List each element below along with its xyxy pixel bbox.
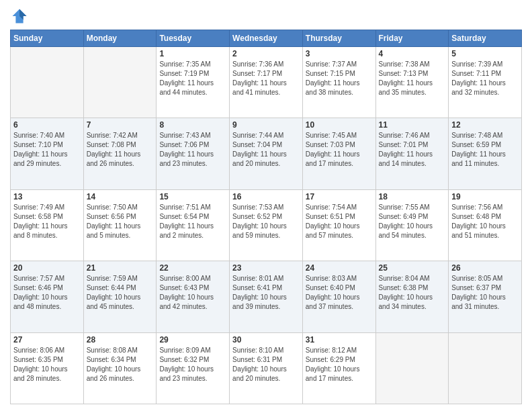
day-info: Sunrise: 7:38 AMSunset: 7:13 PMDaylight:…	[379, 60, 446, 97]
day-number: 29	[159, 335, 226, 345]
calendar-header-friday: Friday	[375, 30, 449, 47]
calendar-header-saturday: Saturday	[449, 30, 522, 47]
day-number: 1	[159, 49, 226, 58]
day-info: Sunrise: 7:57 AMSunset: 6:46 PMDaylight:…	[13, 274, 81, 312]
day-info: Sunrise: 7:39 AMSunset: 7:11 PMDaylight:…	[451, 60, 519, 97]
day-info: Sunrise: 7:46 AMSunset: 7:01 PMDaylight:…	[379, 131, 446, 169]
calendar-cell: 2Sunrise: 7:36 AMSunset: 7:17 PMDaylight…	[230, 47, 303, 118]
day-info: Sunrise: 7:35 AMSunset: 7:19 PMDaylight:…	[159, 60, 226, 97]
calendar-header-thursday: Thursday	[302, 30, 375, 47]
day-info: Sunrise: 7:42 AMSunset: 7:08 PMDaylight:…	[87, 131, 154, 169]
calendar-cell: 16Sunrise: 7:53 AMSunset: 6:52 PMDayligh…	[230, 189, 303, 261]
calendar-cell: 25Sunrise: 8:04 AMSunset: 6:38 PMDayligh…	[375, 261, 449, 332]
day-info: Sunrise: 8:09 AMSunset: 6:32 PMDaylight:…	[159, 346, 226, 383]
calendar-cell: 22Sunrise: 8:00 AMSunset: 6:43 PMDayligh…	[157, 261, 230, 332]
day-number: 26	[451, 263, 519, 273]
calendar-cell: 24Sunrise: 8:03 AMSunset: 6:40 PMDayligh…	[302, 261, 375, 332]
calendar-cell	[11, 47, 84, 118]
day-number: 22	[159, 263, 226, 273]
day-number: 8	[159, 120, 226, 130]
day-number: 12	[451, 120, 519, 130]
day-info: Sunrise: 7:48 AMSunset: 6:59 PMDaylight:…	[451, 131, 519, 169]
day-info: Sunrise: 8:03 AMSunset: 6:40 PMDaylight:…	[306, 274, 373, 312]
day-number: 20	[13, 263, 81, 273]
day-number: 15	[159, 192, 226, 201]
calendar-cell: 9Sunrise: 7:44 AMSunset: 7:04 PMDaylight…	[230, 118, 303, 189]
day-number: 17	[306, 192, 373, 201]
day-number: 19	[451, 192, 519, 201]
calendar-table: SundayMondayTuesdayWednesdayThursdayFrid…	[10, 30, 522, 404]
day-number: 9	[232, 120, 300, 130]
calendar-cell: 6Sunrise: 7:40 AMSunset: 7:10 PMDaylight…	[11, 118, 84, 189]
logo-icon	[10, 7, 29, 26]
day-number: 13	[13, 192, 81, 201]
day-number: 5	[451, 49, 519, 58]
day-info: Sunrise: 8:08 AMSunset: 6:34 PMDaylight:…	[87, 346, 154, 383]
calendar-cell: 11Sunrise: 7:46 AMSunset: 7:01 PMDayligh…	[375, 118, 449, 189]
day-info: Sunrise: 7:51 AMSunset: 6:54 PMDaylight:…	[159, 203, 226, 240]
calendar-cell: 1Sunrise: 7:35 AMSunset: 7:19 PMDaylight…	[157, 47, 230, 118]
day-info: Sunrise: 7:37 AMSunset: 7:15 PMDaylight:…	[306, 60, 373, 97]
day-number: 18	[379, 192, 446, 201]
calendar-header-sunday: Sunday	[11, 30, 84, 47]
calendar-week-row: 27Sunrise: 8:06 AMSunset: 6:35 PMDayligh…	[11, 332, 522, 404]
calendar-cell	[449, 332, 522, 404]
calendar-cell: 21Sunrise: 7:59 AMSunset: 6:44 PMDayligh…	[83, 261, 157, 332]
day-info: Sunrise: 7:55 AMSunset: 6:49 PMDaylight:…	[379, 203, 446, 240]
calendar-cell: 10Sunrise: 7:45 AMSunset: 7:03 PMDayligh…	[302, 118, 375, 189]
day-number: 11	[379, 120, 446, 130]
day-info: Sunrise: 7:44 AMSunset: 7:04 PMDaylight:…	[232, 131, 300, 169]
calendar-cell: 19Sunrise: 7:56 AMSunset: 6:48 PMDayligh…	[449, 189, 522, 261]
day-info: Sunrise: 7:45 AMSunset: 7:03 PMDaylight:…	[306, 131, 373, 169]
day-number: 27	[13, 335, 81, 345]
day-info: Sunrise: 7:36 AMSunset: 7:17 PMDaylight:…	[232, 60, 300, 97]
day-info: Sunrise: 7:54 AMSunset: 6:51 PMDaylight:…	[306, 203, 373, 240]
day-number: 16	[232, 192, 300, 201]
calendar-week-row: 1Sunrise: 7:35 AMSunset: 7:19 PMDaylight…	[11, 47, 522, 118]
calendar-cell: 30Sunrise: 8:10 AMSunset: 6:31 PMDayligh…	[230, 332, 303, 404]
calendar-header-tuesday: Tuesday	[157, 30, 230, 47]
day-info: Sunrise: 7:40 AMSunset: 7:10 PMDaylight:…	[13, 131, 81, 169]
day-info: Sunrise: 8:06 AMSunset: 6:35 PMDaylight:…	[13, 346, 81, 383]
page: SundayMondayTuesdayWednesdayThursdayFrid…	[0, 0, 532, 411]
day-info: Sunrise: 7:59 AMSunset: 6:44 PMDaylight:…	[87, 274, 154, 312]
day-number: 4	[379, 49, 446, 58]
day-number: 21	[87, 263, 154, 273]
day-number: 3	[306, 49, 373, 58]
day-info: Sunrise: 8:04 AMSunset: 6:38 PMDaylight:…	[379, 274, 446, 312]
day-info: Sunrise: 7:43 AMSunset: 7:06 PMDaylight:…	[159, 131, 226, 169]
calendar-cell: 26Sunrise: 8:05 AMSunset: 6:37 PMDayligh…	[449, 261, 522, 332]
calendar-header-wednesday: Wednesday	[230, 30, 303, 47]
calendar-cell: 8Sunrise: 7:43 AMSunset: 7:06 PMDaylight…	[157, 118, 230, 189]
day-number: 31	[306, 335, 373, 345]
calendar-week-row: 13Sunrise: 7:49 AMSunset: 6:58 PMDayligh…	[11, 189, 522, 261]
calendar-header-monday: Monday	[83, 30, 157, 47]
day-info: Sunrise: 7:56 AMSunset: 6:48 PMDaylight:…	[451, 203, 519, 240]
calendar-cell: 31Sunrise: 8:12 AMSunset: 6:29 PMDayligh…	[302, 332, 375, 404]
day-info: Sunrise: 8:10 AMSunset: 6:31 PMDaylight:…	[232, 346, 300, 383]
calendar-cell: 13Sunrise: 7:49 AMSunset: 6:58 PMDayligh…	[11, 189, 84, 261]
calendar-cell	[83, 47, 157, 118]
day-info: Sunrise: 8:00 AMSunset: 6:43 PMDaylight:…	[159, 274, 226, 312]
calendar-cell: 23Sunrise: 8:01 AMSunset: 6:41 PMDayligh…	[230, 261, 303, 332]
calendar-cell: 20Sunrise: 7:57 AMSunset: 6:46 PMDayligh…	[11, 261, 84, 332]
calendar-cell: 28Sunrise: 8:08 AMSunset: 6:34 PMDayligh…	[83, 332, 157, 404]
calendar-week-row: 6Sunrise: 7:40 AMSunset: 7:10 PMDaylight…	[11, 118, 522, 189]
calendar-cell: 15Sunrise: 7:51 AMSunset: 6:54 PMDayligh…	[157, 189, 230, 261]
day-info: Sunrise: 8:12 AMSunset: 6:29 PMDaylight:…	[306, 346, 373, 383]
day-number: 24	[306, 263, 373, 273]
day-info: Sunrise: 8:05 AMSunset: 6:37 PMDaylight:…	[451, 274, 519, 312]
calendar-cell: 18Sunrise: 7:55 AMSunset: 6:49 PMDayligh…	[375, 189, 449, 261]
day-info: Sunrise: 7:50 AMSunset: 6:56 PMDaylight:…	[87, 203, 154, 240]
calendar-cell	[375, 332, 449, 404]
calendar-cell: 3Sunrise: 7:37 AMSunset: 7:15 PMDaylight…	[302, 47, 375, 118]
day-number: 7	[87, 120, 154, 130]
day-info: Sunrise: 8:01 AMSunset: 6:41 PMDaylight:…	[232, 274, 300, 312]
calendar-cell: 17Sunrise: 7:54 AMSunset: 6:51 PMDayligh…	[302, 189, 375, 261]
day-number: 2	[232, 49, 300, 58]
day-info: Sunrise: 7:53 AMSunset: 6:52 PMDaylight:…	[232, 203, 300, 240]
logo	[10, 7, 32, 26]
calendar-cell: 7Sunrise: 7:42 AMSunset: 7:08 PMDaylight…	[83, 118, 157, 189]
header	[10, 7, 522, 26]
calendar-header-row: SundayMondayTuesdayWednesdayThursdayFrid…	[11, 30, 522, 47]
